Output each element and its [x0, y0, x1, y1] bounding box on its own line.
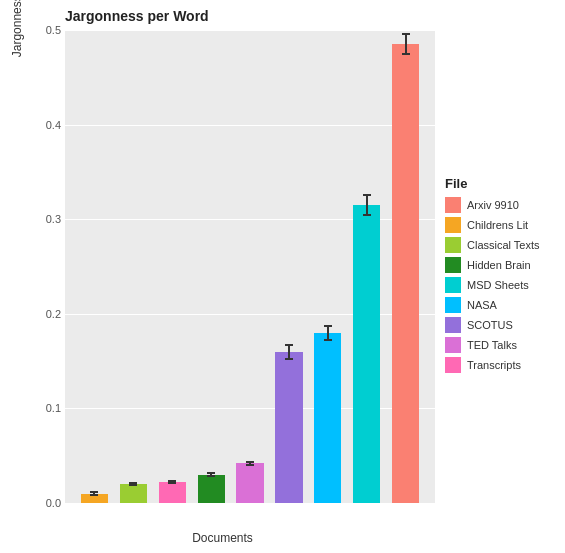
legend-color-box	[445, 277, 461, 293]
bar	[120, 484, 147, 503]
legend-label: Classical Texts	[467, 239, 540, 251]
plot-area: 0.00.10.20.30.40.5	[65, 30, 435, 503]
bar-wrapper	[231, 30, 270, 503]
legend-color-box	[445, 357, 461, 373]
legend: File Arxiv 9910Childrens LitClassical Te…	[445, 0, 565, 553]
legend-label: Childrens Lit	[467, 219, 528, 231]
y-tick-label: 0.2	[46, 308, 61, 320]
error-cap-below	[207, 475, 215, 477]
error-cap-below	[324, 339, 332, 341]
legend-color-box	[445, 237, 461, 253]
error-line-above	[405, 35, 407, 44]
bar	[275, 352, 302, 503]
y-tick-label: 0.1	[46, 402, 61, 414]
y-tick-label: 0.0	[46, 497, 61, 509]
legend-items: Arxiv 9910Childrens LitClassical TextsHi…	[445, 197, 560, 377]
chart-title: Jargonness per Word	[65, 8, 209, 24]
legend-label: TED Talks	[467, 339, 517, 351]
bar-wrapper	[153, 30, 192, 503]
bar-wrapper	[192, 30, 231, 503]
bar-wrapper	[75, 30, 114, 503]
bar	[392, 44, 419, 503]
y-tick-label: 0.3	[46, 213, 61, 225]
legend-label: MSD Sheets	[467, 279, 529, 291]
legend-color-box	[445, 317, 461, 333]
bar-wrapper	[269, 30, 308, 503]
legend-item: Transcripts	[445, 357, 560, 373]
chart-area: Jargonness per Word Jargonness per Word …	[0, 0, 445, 553]
error-line-above	[366, 196, 368, 205]
legend-label: NASA	[467, 299, 497, 311]
x-axis-label: Documents	[192, 531, 253, 545]
error-cap-above	[363, 194, 371, 196]
error-cap-above	[324, 325, 332, 327]
chart-container: Jargonness per Word Jargonness per Word …	[0, 0, 565, 553]
y-tick-label: 0.4	[46, 119, 61, 131]
legend-item: Classical Texts	[445, 237, 560, 253]
y-axis-label: Jargonness per Word	[0, 0, 268, 10]
error-cap-below	[90, 494, 98, 496]
legend-color-box	[445, 297, 461, 313]
legend-label: SCOTUS	[467, 319, 513, 331]
bars-group	[65, 30, 435, 503]
error-cap-below	[129, 484, 137, 486]
legend-title: File	[445, 176, 560, 191]
bar-wrapper	[308, 30, 347, 503]
legend-label: Transcripts	[467, 359, 521, 371]
bar-wrapper	[347, 30, 386, 503]
legend-color-box	[445, 257, 461, 273]
legend-item: Arxiv 9910	[445, 197, 560, 213]
legend-color-box	[445, 197, 461, 213]
legend-item: NASA	[445, 297, 560, 313]
error-cap-below	[363, 214, 371, 216]
bar	[314, 333, 341, 503]
error-cap-below	[246, 464, 254, 466]
bar	[81, 494, 108, 503]
error-cap-below	[168, 482, 176, 484]
legend-label: Arxiv 9910	[467, 199, 519, 211]
legend-item: TED Talks	[445, 337, 560, 353]
bar	[236, 463, 263, 503]
legend-item: MSD Sheets	[445, 277, 560, 293]
legend-item: SCOTUS	[445, 317, 560, 333]
legend-item: Hidden Brain	[445, 257, 560, 273]
legend-color-box	[445, 337, 461, 353]
bar	[159, 482, 186, 503]
bar-wrapper	[114, 30, 153, 503]
y-tick-label: 0.5	[46, 24, 61, 36]
error-cap-below	[285, 358, 293, 360]
error-cap-above	[285, 344, 293, 346]
bar	[198, 475, 225, 503]
error-line-below	[405, 44, 407, 53]
error-line-below	[366, 205, 368, 214]
error-cap-above	[402, 33, 410, 35]
bar	[353, 205, 380, 503]
bar-wrapper	[386, 30, 425, 503]
legend-label: Hidden Brain	[467, 259, 531, 271]
legend-item: Childrens Lit	[445, 217, 560, 233]
legend-color-box	[445, 217, 461, 233]
error-cap-below	[402, 53, 410, 55]
grid-line	[65, 503, 435, 504]
